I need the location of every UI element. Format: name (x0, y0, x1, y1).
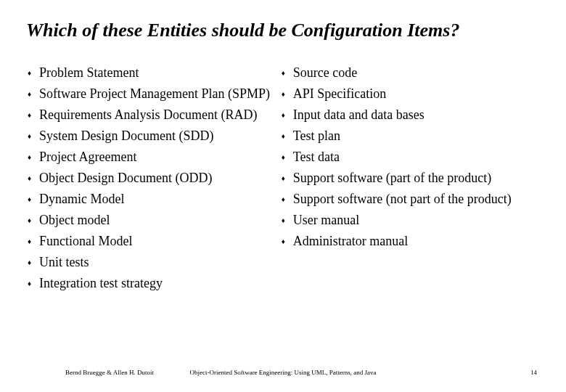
list-item: ♦Support software (part of the product) (280, 168, 547, 189)
slide-footer: Bernd Bruegge & Allen H. Dutoit Object-O… (0, 369, 566, 376)
diamond-bullet-icon: ♦ (26, 189, 39, 210)
list-item: ♦Functional Model (26, 232, 273, 252)
diamond-bullet-icon: ♦ (26, 84, 39, 105)
diamond-bullet-icon: ♦ (280, 63, 293, 83)
list-item: ♦Object model (26, 211, 273, 231)
diamond-bullet-icon: ♦ (26, 126, 39, 147)
footer-authors: Bernd Bruegge & Allen H. Dutoit (65, 369, 154, 376)
diamond-bullet-icon: ♦ (280, 105, 293, 126)
content-columns: ♦Problem Statement ♦Software Project Man… (26, 63, 540, 295)
diamond-bullet-icon: ♦ (26, 253, 39, 273)
diamond-bullet-icon: ♦ (26, 211, 39, 231)
right-column: ♦Source code ♦API Specification ♦Input d… (280, 63, 547, 295)
list-item: ♦Software Project Management Plan (SPMP) (26, 84, 273, 105)
diamond-bullet-icon: ♦ (280, 126, 293, 147)
list-item: ♦Problem Statement (26, 63, 273, 83)
diamond-bullet-icon: ♦ (280, 147, 293, 168)
diamond-bullet-icon: ♦ (280, 84, 293, 105)
diamond-bullet-icon: ♦ (26, 232, 39, 252)
left-list: ♦Problem Statement ♦Software Project Man… (26, 63, 273, 294)
list-item: ♦Test data (280, 147, 547, 168)
list-item: ♦Unit tests (26, 253, 273, 273)
list-item: ♦Object Design Document (ODD) (26, 168, 273, 189)
slide: Which of these Entities should be Config… (0, 0, 566, 295)
footer-book-title: Object-Oriented Software Engineering: Us… (189, 369, 376, 376)
diamond-bullet-icon: ♦ (26, 105, 39, 126)
right-list: ♦Source code ♦API Specification ♦Input d… (280, 63, 547, 252)
list-item: ♦Requirements Analysis Document (RAD) (26, 105, 273, 126)
slide-title: Which of these Entities should be Config… (26, 19, 540, 41)
list-item: ♦System Design Document (SDD) (26, 126, 273, 147)
list-item: ♦Input data and data bases (280, 105, 547, 126)
list-item: ♦Dynamic Model (26, 189, 273, 210)
diamond-bullet-icon: ♦ (26, 168, 39, 189)
diamond-bullet-icon: ♦ (280, 168, 293, 189)
list-item: ♦User manual (280, 211, 547, 231)
left-column: ♦Problem Statement ♦Software Project Man… (26, 63, 273, 295)
diamond-bullet-icon: ♦ (280, 232, 293, 252)
diamond-bullet-icon: ♦ (26, 63, 39, 83)
list-item: ♦API Specification (280, 84, 547, 105)
list-item: ♦Source code (280, 63, 547, 83)
list-item: ♦Support software (not part of the produ… (280, 189, 547, 210)
list-item: ♦Project Agreement (26, 147, 273, 168)
diamond-bullet-icon: ♦ (280, 189, 293, 210)
diamond-bullet-icon: ♦ (26, 274, 39, 294)
list-item: ♦Integration test strategy (26, 274, 273, 294)
diamond-bullet-icon: ♦ (26, 147, 39, 168)
list-item: ♦Administrator manual (280, 232, 547, 252)
list-item: ♦Test plan (280, 126, 547, 147)
footer-page-number: 14 (530, 369, 537, 376)
diamond-bullet-icon: ♦ (280, 211, 293, 231)
